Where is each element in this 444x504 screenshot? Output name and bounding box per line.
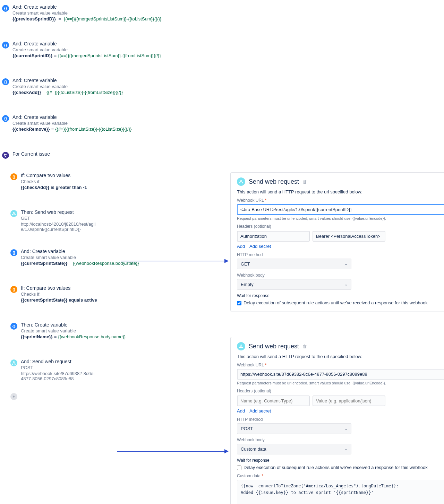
step-web-request[interactable]: And: Send web request POST https://webho… [10, 359, 180, 382]
wait-label: Wait for response [237, 458, 444, 463]
custom-data-textarea[interactable]: {{now .convertToTimeZone("America/Los_An… [237, 480, 444, 504]
header-name-input[interactable] [237, 396, 310, 406]
step-web-request[interactable]: Then: Send web request GET http://localh… [10, 209, 180, 233]
header-name-input[interactable] [237, 231, 310, 242]
webhook-icon [237, 342, 245, 350]
step-expression: {{previousSprintID}} = {{#=}}{{mergedSpr… [12, 16, 180, 21]
panel-description: This action will send a HTTP request to … [237, 189, 444, 194]
add-header-link[interactable]: Add [237, 244, 245, 249]
chevron-down-icon: ⌄ [344, 262, 348, 266]
step-create-variable[interactable]: {} And: Create variable Create smart val… [1, 4, 180, 21]
http-method-select[interactable]: POST⌄ [237, 423, 351, 434]
variable-icon: {} [2, 5, 9, 12]
arrow-indicator [121, 261, 228, 261]
delete-icon[interactable]: 🗑 [302, 179, 307, 184]
header-value-input[interactable] [313, 396, 385, 406]
headers-label: Headers (optional) [237, 389, 444, 393]
add-secret-link[interactable]: Add secret [249, 244, 271, 249]
add-step-button[interactable]: + [10, 392, 180, 400]
plus-icon: + [10, 393, 17, 400]
variable-icon: {} [2, 115, 9, 122]
url-hint: Request parameters must be url encoded, … [237, 381, 444, 385]
wait-text: Delay execution of subsequent rule actio… [244, 465, 428, 470]
step-subtitle: Create smart value variable [12, 10, 180, 16]
webhook-icon [10, 210, 17, 217]
custom-data-label: Custom data [237, 473, 444, 478]
webhook-url-input[interactable] [237, 369, 444, 380]
webhook-body-select[interactable]: Empty⌄ [237, 279, 351, 290]
http-method-label: HTTP method [237, 417, 444, 422]
header-value-input[interactable] [313, 231, 385, 242]
step-create-variable[interactable]: {} And: Create variable Create smart val… [1, 41, 180, 58]
webhook-icon [10, 359, 17, 366]
webhook-url-input[interactable] [237, 204, 444, 215]
webhook-icon [237, 177, 245, 186]
web-request-panel: Send web request 🗑 This action will send… [230, 172, 444, 311]
chevron-down-icon: ⌄ [344, 426, 348, 431]
chevron-down-icon: ⌄ [344, 282, 348, 287]
chevron-down-icon: ⌄ [344, 447, 348, 451]
branch-icon [2, 152, 9, 159]
webhook-body-label: Webhook body [237, 273, 444, 278]
wait-label: Wait for response [237, 293, 444, 298]
step-create-variable[interactable]: {} And: Create variable Create smart val… [1, 78, 180, 95]
step-create-variable[interactable]: {} And: Create variable Create smart val… [10, 249, 180, 266]
delete-icon[interactable]: 🗑 [302, 344, 307, 349]
variable-icon: {} [10, 323, 17, 330]
wait-checkbox[interactable] [237, 301, 241, 305]
webhook-url-label: Webhook URL [237, 363, 444, 367]
variable-icon: {} [2, 78, 9, 85]
http-method-label: HTTP method [237, 252, 444, 257]
step-branch[interactable]: For Current issue [1, 151, 180, 159]
variable-icon: {} [10, 249, 17, 256]
headers-label: Headers (optional) [237, 224, 444, 229]
http-method-select[interactable]: GET⌄ [237, 259, 351, 269]
add-secret-link[interactable]: Add secret [249, 408, 271, 414]
webhook-body-label: Webhook body [237, 437, 444, 442]
step-create-variable[interactable]: {} And: Create variable Create smart val… [1, 114, 180, 132]
url-hint: Request parameters must be url encoded, … [237, 216, 444, 220]
step-condition[interactable]: () If: Compare two values Checks if: {{c… [10, 173, 180, 190]
panel-title: Send web request [249, 178, 299, 185]
web-request-panel: Send web request 🗑 This action will send… [230, 337, 444, 504]
webhook-url-label: Webhook URL [237, 198, 444, 203]
add-header-link[interactable]: Add [237, 408, 245, 414]
wait-checkbox[interactable] [237, 466, 241, 470]
arrow-indicator [117, 451, 228, 452]
condition-icon: () [10, 173, 17, 180]
condition-icon: () [10, 286, 17, 293]
step-condition[interactable]: () If: Compare two values Checks if: {{c… [10, 285, 180, 303]
wait-text: Delay execution of subsequent rule actio… [244, 300, 428, 305]
panel-title: Send web request [249, 343, 299, 350]
panel-description: This action will send a HTTP request to … [237, 354, 444, 359]
step-title: And: Create variable [12, 4, 180, 10]
step-create-variable[interactable]: {} Then: Create variable Create smart va… [10, 322, 180, 339]
webhook-body-select[interactable]: Custom data⌄ [237, 444, 351, 454]
variable-icon: {} [2, 42, 9, 49]
